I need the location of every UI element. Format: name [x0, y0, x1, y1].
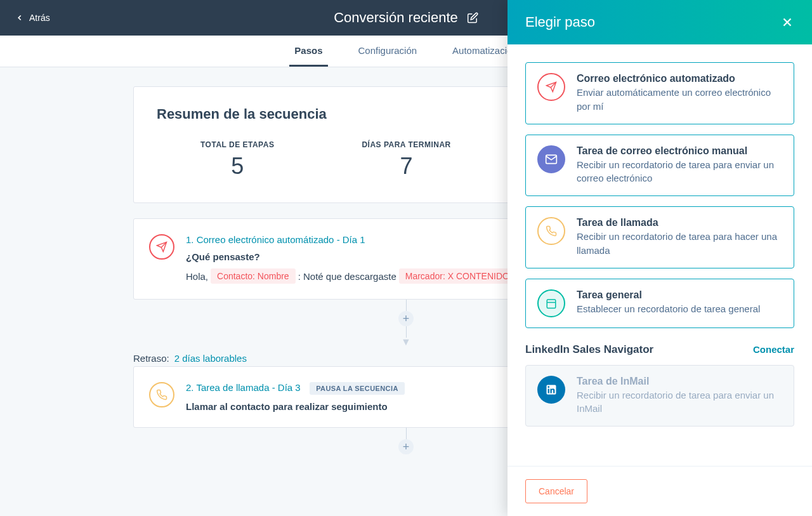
linkedin-connect-link[interactable]: Conectar — [753, 344, 794, 355]
stat-total: TOTAL DE ETAPAS 5 — [200, 140, 274, 180]
step-1-text: : Noté que descargaste — [298, 271, 396, 282]
linkedin-label: LinkedIn Sales Navigator — [525, 343, 653, 356]
delay-value[interactable]: 2 días laborables — [174, 353, 247, 364]
tab-steps[interactable]: Pasos — [289, 36, 327, 67]
option-general-desc: Establecer un recordatorio de tarea gene… — [577, 302, 760, 316]
option-call-title: Tarea de llamada — [577, 217, 782, 228]
option-auto-email[interactable]: Correo electrónico automatizado Enviar a… — [525, 62, 794, 124]
stat-days-value: 7 — [362, 153, 450, 180]
stat-total-label: TOTAL DE ETAPAS — [200, 140, 274, 149]
option-inmail: Tarea de InMail Recibir un recordatorio … — [525, 365, 794, 427]
option-general-title: Tarea general — [577, 289, 760, 301]
arrow-down-icon: ▼ — [401, 336, 411, 348]
stat-days: DÍAS PARA TERMINAR 7 — [362, 140, 450, 180]
option-manual-email-desc: Recibir un recordatorio de tarea para en… — [577, 158, 782, 186]
pause-badge: PAUSA LA SECUENCIA — [310, 382, 405, 395]
stat-total-value: 5 — [200, 153, 274, 180]
back-label: Atrás — [29, 13, 50, 23]
delay-label: Retraso: — [133, 353, 169, 364]
page-title: Conversión reciente — [334, 10, 458, 26]
send-icon — [149, 234, 174, 260]
option-call-desc: Recibir un recordatorio de tarea para ha… — [577, 230, 782, 258]
option-inmail-title: Tarea de InMail — [577, 376, 782, 387]
close-icon[interactable] — [780, 15, 794, 29]
phone-icon — [537, 217, 565, 245]
svg-rect-6 — [547, 300, 556, 308]
step-1-greeting: Hola, — [186, 271, 208, 282]
edit-icon[interactable] — [467, 12, 478, 23]
option-general[interactable]: Tarea general Establecer un recordatorio… — [525, 279, 794, 328]
phone-icon — [149, 382, 174, 407]
panel-header: Elegir paso — [508, 0, 812, 44]
chevron-left-icon — [15, 13, 24, 22]
panel-footer: Cancelar — [508, 466, 812, 473]
send-icon — [537, 73, 565, 101]
stat-days-label: DÍAS PARA TERMINAR — [362, 140, 450, 149]
linkedin-icon — [537, 376, 565, 404]
mail-icon — [537, 145, 565, 173]
option-call[interactable]: Tarea de llamada Recibir un recordatorio… — [525, 206, 794, 268]
step-2-title: 2. Tarea de llamada - Día 3 — [186, 382, 301, 393]
back-button[interactable]: Atrás — [15, 13, 50, 23]
add-step-button[interactable]: + — [398, 311, 414, 326]
option-manual-email[interactable]: Tarea de correo electrónico manual Recib… — [525, 135, 794, 197]
token-contact-name: Contacto: Nombre — [211, 268, 296, 284]
token-content: Marcador: X CONTENIDO — [399, 268, 516, 284]
calendar-icon — [537, 289, 565, 317]
add-step-button-2[interactable]: + — [398, 439, 414, 454]
connector-2: + — [398, 428, 414, 454]
linkedin-section: LinkedIn Sales Navigator Conectar — [525, 343, 794, 356]
connector-1: + ▼ — [398, 300, 414, 348]
option-auto-email-title: Correo electrónico automatizado — [577, 73, 782, 84]
option-inmail-desc: Recibir un recordatorio de tarea para en… — [577, 388, 782, 416]
option-auto-email-desc: Enviar automáticamente un correo electró… — [577, 86, 782, 114]
choose-step-panel: Elegir paso Correo electrónico automatiz… — [508, 0, 812, 473]
option-manual-email-title: Tarea de correo electrónico manual — [577, 145, 782, 157]
tab-config[interactable]: Configuración — [353, 36, 422, 67]
panel-title: Elegir paso — [525, 14, 595, 30]
